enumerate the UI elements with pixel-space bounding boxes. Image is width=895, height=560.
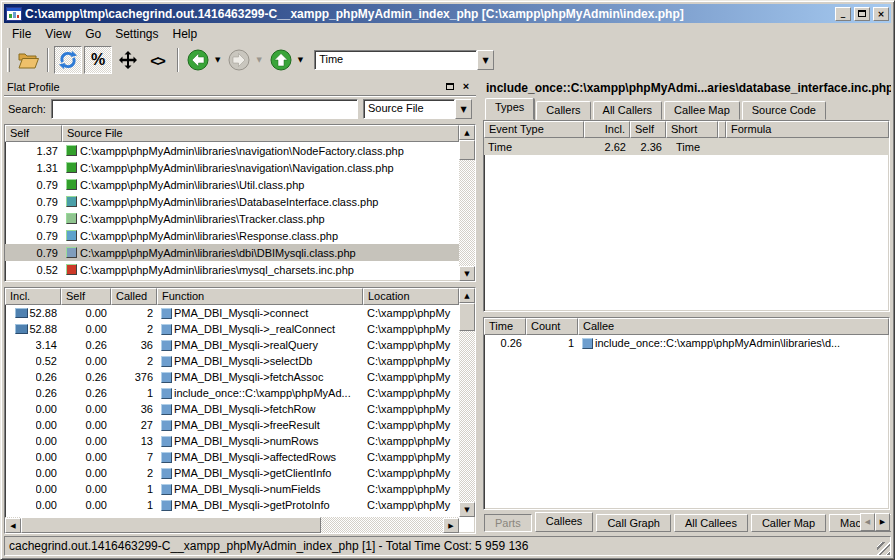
bottom-tab[interactable]: All Callees <box>674 514 748 532</box>
scroll-up-button[interactable]: ▲ <box>459 288 475 303</box>
maximize-icon <box>858 10 866 17</box>
function-row[interactable]: 0.00 0.00 13 PMA_DBI_Mysqli->numRows C:\… <box>5 433 475 449</box>
column-header-source-file[interactable]: Source File <box>62 125 459 142</box>
function-row[interactable]: 0.26 0.26 376 PMA_DBI_Mysqli->fetchAssoc… <box>5 369 475 385</box>
scrollbar-thumb[interactable] <box>459 303 475 331</box>
function-row[interactable]: 0.26 0.26 1 include_once::C:\xampp\phpMy… <box>5 385 475 401</box>
expand-areas-button[interactable] <box>114 46 142 74</box>
function-row[interactable]: 0.00 0.00 1 PMA_DBI_Mysqli->getProtoInfo… <box>5 497 475 513</box>
back-button[interactable] <box>184 46 212 74</box>
resize-grip[interactable] <box>877 542 890 555</box>
source-file-row[interactable]: 0.52 C:\xampp\phpMyAdmin\libraries\mysql… <box>5 261 475 278</box>
function-chip-icon <box>161 356 172 367</box>
scroll-up-button[interactable]: ▲ <box>459 125 475 140</box>
cycle-relative-button[interactable] <box>54 46 82 74</box>
function-row[interactable]: 0.00 0.00 27 PMA_DBI_Mysqli->freeResult … <box>5 417 475 433</box>
function-row[interactable]: 52.88 0.00 2 PMA_DBI_Mysqli->_realConnec… <box>5 321 475 337</box>
source-file-row[interactable]: 0.79 C:\xampp\phpMyAdmin\libraries\Track… <box>5 210 475 227</box>
source-file-row[interactable]: 0.52 C:\xampp\phpMyAdmin\libraries\user_… <box>5 278 475 279</box>
menu-item[interactable]: View <box>38 25 78 43</box>
function-row[interactable]: 0.00 0.00 2 PMA_DBI_Mysqli->getClientInf… <box>5 465 475 481</box>
source-file-row[interactable]: 0.79 C:\xampp\phpMyAdmin\libraries\dbi\D… <box>5 244 475 261</box>
column-header-self[interactable]: Self <box>5 125 62 142</box>
incl-value: 0.00 <box>36 467 61 479</box>
scroll-down-button[interactable]: ▼ <box>459 502 475 517</box>
detail-tab[interactable]: Source Code <box>742 101 826 120</box>
source-file-row[interactable]: 1.31 C:\xampp\phpMyAdmin\libraries\navig… <box>5 159 475 176</box>
open-file-button[interactable] <box>14 46 42 74</box>
column-header-self[interactable]: Self <box>630 121 666 138</box>
column-header-formula[interactable]: Formula <box>726 121 889 138</box>
column-header-count[interactable]: Count <box>526 318 578 335</box>
file-path: C:\xampp\phpMyAdmin\libraries\Util.class… <box>80 179 304 191</box>
column-header-callee[interactable]: Callee <box>578 318 889 335</box>
function-row[interactable]: 52.88 0.00 2 PMA_DBI_Mysqli->connect C:\… <box>5 305 475 321</box>
function-row[interactable]: 0.52 0.00 2 PMA_DBI_Mysqli->selectDb C:\… <box>5 353 475 369</box>
function-row[interactable]: 0.00 0.00 7 PMA_DBI_Mysqli->affectedRows… <box>5 449 475 465</box>
bottom-tab[interactable]: Parts <box>484 514 532 532</box>
callee-row[interactable]: 0.26 1 include_once::C:\xampp\phpMyAdmin… <box>484 335 889 351</box>
menu-item[interactable]: File <box>5 25 38 43</box>
tab-scroll-right-button[interactable]: ▶ <box>875 513 890 531</box>
function-row[interactable]: 0.00 0.00 1 PMA_DBI_Mysqli->numFields C:… <box>5 481 475 497</box>
grouping-combobox[interactable]: Source File ▼ <box>363 99 472 119</box>
column-header-short[interactable]: Short <box>666 121 718 138</box>
toolbar-grip[interactable] <box>7 48 10 72</box>
function-table-header: Incl. Self Called Function Location <box>5 288 459 305</box>
column-header-incl[interactable]: Incl. <box>584 121 630 138</box>
scrollbar-thumb[interactable] <box>21 517 321 533</box>
column-header-function[interactable]: Function <box>157 288 363 305</box>
column-header-incl[interactable]: Incl. <box>5 288 61 305</box>
up-button[interactable] <box>267 46 295 74</box>
column-header-spacer <box>718 121 726 138</box>
bottom-tab[interactable]: Callees <box>535 512 594 532</box>
close-panel-button[interactable]: × <box>459 80 473 93</box>
minimize-button[interactable]: _ <box>835 7 851 21</box>
back-dropdown-caret[interactable]: ▼ <box>212 56 223 64</box>
menu-item[interactable]: Settings <box>108 25 165 43</box>
scrollbar-thumb[interactable] <box>459 140 475 160</box>
scroll-right-button[interactable]: ▶ <box>443 518 459 533</box>
chevron-down-icon[interactable]: ▼ <box>477 50 494 70</box>
forward-button[interactable] <box>225 46 253 74</box>
forward-dropdown-caret[interactable]: ▼ <box>253 56 264 64</box>
function-row[interactable]: 0.00 0.00 36 PMA_DBI_Mysqli->fetchRow C:… <box>5 401 475 417</box>
incl-value: 0.26 <box>36 387 61 399</box>
scroll-down-button[interactable]: ▼ <box>459 266 475 281</box>
column-header-location[interactable]: Location <box>363 288 459 305</box>
column-header-self[interactable]: Self <box>61 288 111 305</box>
up-dropdown-caret[interactable]: ▼ <box>295 56 306 64</box>
float-panel-button[interactable] <box>443 80 457 93</box>
function-name: PMA_DBI_Mysqli->numRows <box>174 435 319 447</box>
column-header-time[interactable]: Time <box>484 318 526 335</box>
function-row[interactable]: 3.14 0.26 36 PMA_DBI_Mysqli->realQuery C… <box>5 337 475 353</box>
source-file-row[interactable]: 0.79 C:\xampp\phpMyAdmin\libraries\Respo… <box>5 227 475 244</box>
percentage-button[interactable]: % <box>84 46 112 74</box>
called-cell: 1 <box>111 483 157 495</box>
scroll-left-button[interactable]: ◀ <box>5 518 21 533</box>
source-file-row[interactable]: 0.79 C:\xampp\phpMyAdmin\libraries\Util.… <box>5 176 475 193</box>
chevron-down-icon[interactable]: ▼ <box>455 99 472 119</box>
event-type-combobox[interactable]: Time ▼ <box>314 50 494 70</box>
event-types-header: Event Type Incl. Self Short Formula <box>484 121 889 138</box>
detail-tab[interactable]: Callee Map <box>664 101 740 120</box>
source-file-row[interactable]: 1.37 C:\xampp\phpMyAdmin\libraries\navig… <box>5 142 475 159</box>
detail-tab[interactable]: Types <box>485 98 534 120</box>
bottom-tab[interactable]: Call Graph <box>596 514 671 532</box>
column-header-event-type[interactable]: Event Type <box>484 121 584 138</box>
menu-item[interactable]: Go <box>78 25 108 43</box>
main-area: Flat Profile × Search: Source File ▼ Sel… <box>4 78 891 534</box>
close-button[interactable]: × <box>873 7 889 21</box>
incl-cell: 0.00 <box>5 467 61 479</box>
bottom-tab[interactable]: Caller Map <box>751 514 826 532</box>
relative-cost-button[interactable]: <> <box>144 46 172 74</box>
detail-tab[interactable]: All Callers <box>593 101 663 120</box>
search-input[interactable] <box>51 99 358 119</box>
source-file-row[interactable]: 0.79 C:\xampp\phpMyAdmin\libraries\Datab… <box>5 193 475 210</box>
column-header-called[interactable]: Called <box>111 288 157 305</box>
detail-tab[interactable]: Callers <box>536 101 590 120</box>
event-type-row[interactable]: Time 2.62 2.36 Time <box>484 138 889 155</box>
tab-scroll-left-button[interactable]: ◀ <box>860 513 875 531</box>
maximize-button[interactable] <box>854 7 870 21</box>
menu-item[interactable]: Help <box>166 25 205 43</box>
